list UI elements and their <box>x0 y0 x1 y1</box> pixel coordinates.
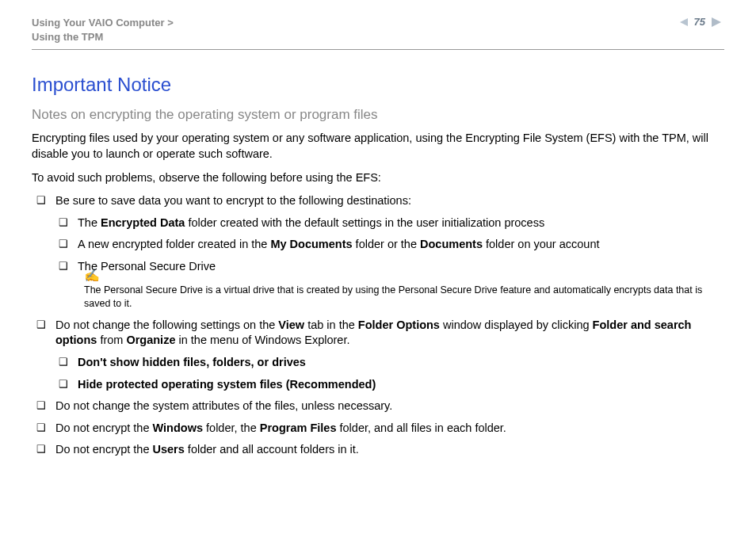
bullet-list: Be sure to save data you want to encrypt… <box>32 193 724 458</box>
breadcrumb: Using Your VAIO Computer > Using the TPM <box>32 16 174 44</box>
sub-list: The Encrypted Data folder created with t… <box>55 216 724 275</box>
prev-page-arrow-icon[interactable] <box>678 17 689 27</box>
list-item: Do not change the system attributes of t… <box>32 399 724 414</box>
list-item: Do not change the following settings on … <box>32 318 724 392</box>
page-title: Important Notice <box>32 74 724 96</box>
list-item: The Encrypted Data folder created with t… <box>55 216 724 231</box>
pager: 75 <box>678 16 724 28</box>
list-item: The Personal Secure Drive <box>55 259 724 275</box>
page-number: 75 <box>694 16 705 28</box>
list-item: Don't show hidden files, folders, or dri… <box>55 355 724 371</box>
next-page-arrow-icon[interactable] <box>710 17 724 28</box>
list-item: Be sure to save data you want to encrypt… <box>32 193 724 310</box>
sub-list: Don't show hidden files, folders, or dri… <box>55 355 724 392</box>
note: ✍ <box>84 280 724 282</box>
list-text: Be sure to save data you want to encrypt… <box>55 194 411 207</box>
page-header: Using Your VAIO Computer > Using the TPM… <box>32 16 724 50</box>
list-item: Do not encrypt the Users folder and all … <box>32 442 724 458</box>
note-text: The Personal Secure Drive is a virtual d… <box>84 284 724 310</box>
svg-marker-1 <box>712 17 721 27</box>
list-item: Do not encrypt the Windows folder, the P… <box>32 421 724 437</box>
breadcrumb-line2: Using the TPM <box>32 31 103 43</box>
list-item: A new encrypted folder created in the My… <box>55 237 724 253</box>
list-item: Hide protected operating system files (R… <box>55 377 724 393</box>
paragraph: Encrypting files used by your operating … <box>32 131 724 162</box>
svg-marker-0 <box>680 18 688 26</box>
breadcrumb-line1: Using Your VAIO Computer > <box>32 17 174 29</box>
section-subtitle: Notes on encrypting the operating system… <box>32 107 724 123</box>
paragraph: To avoid such problems, observe the foll… <box>32 170 724 186</box>
